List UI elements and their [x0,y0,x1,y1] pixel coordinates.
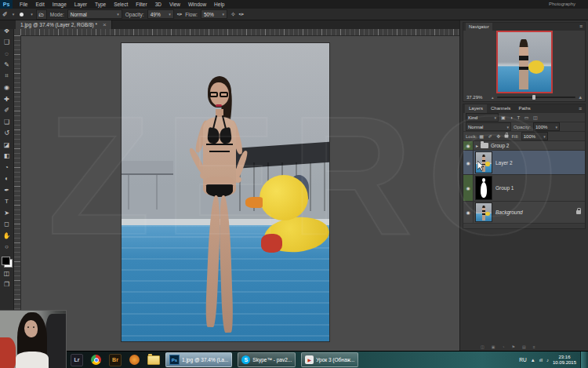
navigator-zoom-slider[interactable] [497,97,576,98]
color-swatches[interactable] [2,257,13,268]
show-desktop-button[interactable] [580,352,586,368]
visibility-toggle[interactable]: ◉ [463,141,474,150]
tool-marquee[interactable]: ❑ [2,37,13,49]
mini-icon[interactable]: ▤ [522,344,526,349]
menu-window[interactable]: Window [184,0,210,9]
tool-eraser[interactable]: ◪ [2,139,13,151]
network-icon[interactable]: ıll [539,358,543,363]
menu-image[interactable]: Image [49,0,71,9]
navigator-panel-menu-icon[interactable]: ≡ [579,23,583,31]
tool-zoom[interactable]: ○ [2,242,13,253]
taskbar-lesson-button[interactable]: ▶ Урок 3 (Обнаж... [301,352,358,367]
filter-kind-select[interactable]: Kind ▾ [466,113,499,122]
layer-row-group-1[interactable]: ◉ Group 1 [463,175,585,202]
lock-all-icon[interactable] [505,135,509,138]
visibility-toggle[interactable]: ◉ [463,151,474,174]
tool-gradient[interactable]: ◧ [2,151,13,162]
lightroom-icon[interactable]: Lr [71,354,83,366]
language-indicator[interactable]: RU [519,357,526,363]
document-tab[interactable]: 1.jpg @ 37.4% (Layer 2, RGB/8) * × [16,20,112,29]
taskbar-skype-button[interactable]: S Skype™ - pav2... [238,352,296,367]
tool-hand[interactable]: ✋ [2,230,13,242]
layers-panel-menu-icon[interactable]: ≡ [579,105,583,113]
tool-path-selection[interactable]: ➤ [2,207,13,219]
canvas-area[interactable] [14,29,459,351]
zoom-in-icon[interactable]: ▴ [579,94,582,100]
tool-pen[interactable]: ✒ [2,184,13,196]
mini-icon[interactable]: ◫ [481,344,485,349]
navigator-proxy-view[interactable] [496,31,553,93]
chrome-icon[interactable] [91,355,101,365]
menu-view[interactable]: View [165,0,184,9]
tool-history-brush[interactable]: ↺ [2,128,13,140]
mode-select[interactable]: Normal ▾ [67,9,122,19]
screen-mode-button[interactable]: ❐ [2,279,13,291]
menu-select[interactable]: Select [110,0,132,9]
hidden-icons-arrow[interactable]: ▲ [531,358,535,363]
workspace-switcher[interactable]: Photography [549,0,575,9]
menu-edit[interactable]: Edit [31,0,48,9]
menu-filter[interactable]: Filter [132,0,151,9]
layer-mask-thumbnail[interactable] [475,176,492,200]
bridge-icon[interactable]: Br [109,354,122,366]
tab-paths[interactable]: Paths [514,104,534,113]
tool-dodge[interactable]: ◐ [2,173,13,185]
lock-option-icons[interactable]: ▦ ✐ ✥ [479,133,502,139]
brush-panel-toggle-icon[interactable]: 🗁 [36,9,47,20]
tool-quick-selection[interactable]: ✎ [2,60,13,71]
menu-file[interactable]: File [16,0,31,9]
taskbar-photoshop-button[interactable]: Ps 1.jpg @ 37.4% (La... [165,352,232,367]
pressure-size-icon[interactable]: ✑ [239,9,245,20]
vertical-ruler[interactable] [14,35,21,351]
foreground-color-swatch[interactable] [2,257,10,265]
filter-type-icons[interactable]: ▣ ◑ T ▭ ◫ [501,115,539,120]
tool-eyedropper[interactable]: ◉ [2,82,13,94]
expand-triangle-icon[interactable]: ► [475,144,479,148]
pressure-opacity-icon[interactable]: ✑ [177,9,183,20]
tool-preset-caret[interactable]: ▾ [13,12,15,16]
volume-icon[interactable]: ♪ [546,358,549,363]
brush-preview-icon[interactable] [20,13,24,16]
mini-icon[interactable]: ▣ [492,344,495,349]
menu-help[interactable]: Help [210,0,228,9]
tab-channels[interactable]: Channels [487,104,514,113]
layers-opacity-field[interactable]: 100% ▾ [533,122,560,131]
tool-type[interactable]: T [2,196,13,208]
close-icon[interactable]: × [103,21,107,29]
menu-type[interactable]: Type [91,0,110,9]
flow-field[interactable]: 50% ▾ [201,9,227,19]
horizontal-ruler[interactable] [20,29,459,36]
document-image[interactable] [122,43,329,341]
layer-row-background[interactable]: ◉ Background [463,202,585,224]
tool-crop[interactable]: ⌗ [2,71,13,82]
menu-layer[interactable]: Layer [71,0,91,9]
tool-brush[interactable]: ✐ [2,105,13,117]
explorer-folder-icon[interactable] [147,355,160,365]
layer-row-group-2[interactable]: ◉ ► Group 2 [463,141,585,151]
tool-healing-brush[interactable]: ✚ [2,93,13,105]
mini-icon[interactable]: ◔ [502,344,504,349]
zoom-out-icon[interactable]: ▴ [492,95,494,100]
airbrush-icon[interactable]: ✧ [230,9,236,20]
mini-icon[interactable]: ≡ [533,344,535,349]
tool-clone-stamp[interactable]: ❏ [2,116,13,128]
clock[interactable]: 23:16 10.09.2015 [553,355,576,366]
layer-thumbnail[interactable] [475,202,492,222]
tab-layers[interactable]: Layers [465,104,487,113]
blend-mode-select[interactable]: Normal ▾ [466,122,511,131]
zoom-slider-handle[interactable] [532,95,535,100]
quick-mask-button[interactable]: ◫ [2,268,13,279]
visibility-toggle[interactable]: ◉ [463,175,474,201]
mini-icon[interactable]: ⚑ [512,344,515,349]
menu-3d[interactable]: 3D [151,0,165,9]
brush-picker-caret[interactable]: ▾ [31,12,33,16]
navigator-zoom-value[interactable]: 37.29% [466,95,488,100]
tool-blur[interactable]: ◔ [2,162,13,173]
app-icon[interactable] [129,355,140,365]
brush-tool-icon[interactable]: ✐ [2,9,8,20]
tab-navigator[interactable]: Navigator [466,23,492,31]
visibility-toggle[interactable]: ◉ [463,202,474,223]
tool-lasso[interactable]: ◌ [2,48,13,60]
fill-field[interactable]: 100% ▾ [521,132,548,140]
opacity-field[interactable]: 49% ▾ [147,9,174,19]
